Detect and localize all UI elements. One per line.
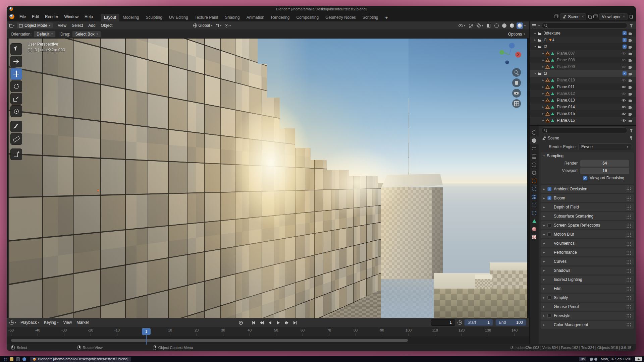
file-manager-icon[interactable] (10, 357, 13, 361)
properties-tab[interactable] (530, 144, 539, 153)
caret-down-icon[interactable]: ▾ (538, 24, 540, 27)
property-section-header[interactable]: ▸ Indirect Lighting (541, 276, 634, 284)
start-frame-field[interactable]: Start 1 (464, 319, 493, 326)
browse-scene-icon[interactable] (554, 15, 558, 18)
collection-checkbox[interactable]: ✓ (623, 31, 627, 35)
hide-eye-icon[interactable] (622, 105, 626, 109)
hide-eye-icon[interactable] (622, 78, 626, 82)
property-section-header[interactable]: ▸ Simplify (541, 294, 634, 302)
object-visibility-dropdown[interactable]: ▾ (458, 22, 466, 29)
drag-grip-icon[interactable] (626, 296, 631, 300)
menu-item[interactable]: File (16, 13, 29, 20)
drag-select[interactable]: Select Box ▾ (72, 31, 101, 38)
properties-search-input[interactable] (541, 127, 627, 133)
snap-toggle[interactable]: ▾ (215, 22, 222, 29)
property-section-header[interactable]: ▸ Shadows (541, 266, 634, 275)
render-camera-icon[interactable] (628, 31, 633, 36)
collection-checkbox[interactable]: ✓ (623, 71, 627, 75)
properties-tab[interactable] (530, 161, 539, 169)
timeline-menu-item[interactable]: Marker▾ (74, 320, 91, 325)
drag-grip-icon[interactable] (626, 305, 631, 309)
orientation-dropdown[interactable]: Global ▾ (192, 22, 213, 29)
outliner-row[interactable]: Plane.009 ✓ (530, 63, 636, 70)
property-section-header[interactable]: ▸ Motion Blur (541, 230, 634, 238)
workspace-tab[interactable]: Geometry Nodes (322, 14, 359, 21)
add-workspace-button[interactable]: + (384, 15, 390, 20)
viewport-menu-item[interactable]: Object (98, 22, 115, 29)
window-titlebar[interactable]: Blender* [/home/amalie/Desktop/blender/r… (7, 6, 636, 12)
outliner-row[interactable]: t3 ✓ (530, 70, 636, 77)
timeline-menu-item[interactable]: View▾ (61, 320, 74, 325)
properties-tab[interactable] (530, 209, 539, 217)
disclosure-icon[interactable] (541, 119, 545, 122)
editor-type-icon[interactable] (9, 24, 13, 27)
taskbar-window-button[interactable]: Blender* [/home/amalie/Desktop/blender/r… (30, 357, 131, 362)
disclosure-icon[interactable] (533, 32, 537, 35)
menu-item[interactable]: Edit (29, 13, 42, 20)
drag-grip-icon[interactable] (626, 259, 631, 264)
viewport-menu-item[interactable]: Select (69, 22, 86, 29)
camera-view-button[interactable] (512, 89, 521, 98)
render-camera-icon[interactable] (628, 71, 633, 76)
filter-icon[interactable] (629, 24, 633, 27)
properties-tab[interactable] (530, 169, 539, 177)
properties-tab[interactable] (530, 185, 539, 193)
view-layer-stack-icon[interactable] (593, 15, 597, 18)
render-camera-icon[interactable] (628, 38, 633, 42)
render-camera-icon[interactable] (628, 105, 633, 109)
zoom-button[interactable] (512, 68, 521, 77)
render-camera-icon[interactable] (628, 51, 633, 56)
hide-eye-icon[interactable] (622, 92, 626, 96)
property-section-header[interactable]: ▸ Freestyle (541, 312, 634, 320)
previous-keyframe-button[interactable] (258, 319, 265, 326)
disclosure-icon[interactable] (541, 92, 545, 95)
tool-button[interactable] (10, 105, 22, 117)
disclosure-icon[interactable] (541, 52, 545, 55)
ortho-toggle-button[interactable] (512, 99, 521, 108)
options-dropdown[interactable]: Options ▾ (508, 32, 525, 37)
property-section-header[interactable]: ▸ Depth of Field (541, 203, 634, 211)
drag-grip-icon[interactable] (626, 241, 631, 246)
timeline-menu-item[interactable]: Keying▾ (42, 320, 61, 325)
sampling-panel-header[interactable]: ▾ Sampling (541, 152, 634, 160)
shading-material-button[interactable] (509, 22, 515, 29)
collection-checkbox[interactable]: ✓ (623, 38, 627, 42)
disclosure-icon[interactable] (533, 72, 537, 75)
property-section-header[interactable]: ▸ Grease Pencil (541, 303, 634, 311)
render-camera-icon[interactable] (628, 45, 633, 49)
properties-tab[interactable] (530, 217, 539, 225)
workspace-tab[interactable]: Animation (243, 14, 268, 21)
pan-button[interactable] (512, 78, 521, 87)
jump-to-end-button[interactable] (292, 319, 299, 326)
tool-button[interactable] (10, 133, 22, 145)
collection-checkbox[interactable]: ✓ (623, 45, 627, 49)
hide-eye-icon[interactable] (622, 98, 626, 103)
xray-toggle[interactable] (485, 22, 492, 29)
property-section-header[interactable]: ▸ Screen Space Reflections (541, 221, 634, 229)
disclosure-icon[interactable] (541, 99, 545, 102)
terminal-icon[interactable] (16, 357, 20, 361)
hide-eye-icon[interactable] (622, 65, 626, 69)
timeline-menu-item[interactable]: Playback▾ (18, 320, 42, 325)
disclosure-icon[interactable] (533, 38, 537, 42)
drag-grip-icon[interactable] (626, 323, 631, 327)
outliner-search-input[interactable] (542, 22, 627, 28)
navigation-gizmo[interactable]: X (497, 41, 522, 66)
outliner-row[interactable]: Plane.010 ✓ (530, 77, 636, 83)
shading-wireframe-button[interactable] (493, 22, 500, 29)
auto-keying-button[interactable] (237, 319, 244, 326)
properties-tab[interactable] (530, 233, 539, 241)
section-checkbox[interactable] (547, 223, 551, 227)
drag-grip-icon[interactable] (626, 232, 631, 237)
hide-eye-icon[interactable] (622, 58, 626, 62)
section-checkbox[interactable] (547, 314, 551, 318)
section-checkbox[interactable] (547, 232, 551, 236)
mode-dropdown[interactable]: Object Mode ▾ (16, 22, 53, 29)
drag-grip-icon[interactable] (626, 287, 631, 291)
playhead[interactable]: 1 (142, 328, 151, 335)
pin-icon[interactable] (630, 136, 633, 140)
outliner-row[interactable]: Plane.011 ✓ (530, 83, 636, 90)
properties-tab[interactable] (530, 153, 539, 161)
viewport-3d[interactable]: User Perspective (1) t3 | cubeX2m.003 (8, 39, 527, 318)
play-reverse-button[interactable] (267, 319, 273, 326)
